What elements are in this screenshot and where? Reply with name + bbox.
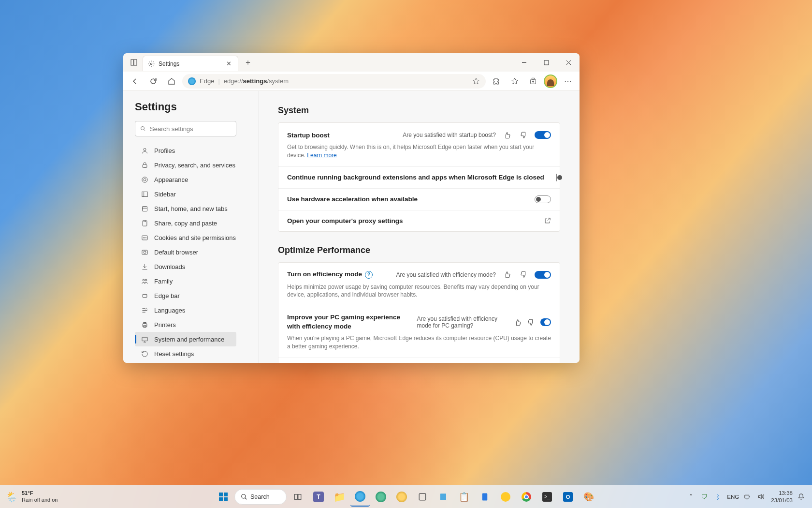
refresh-button[interactable] [145, 74, 161, 89]
task-view-button[interactable] [288, 487, 307, 507]
sidebar-item-privacy-search-and-services[interactable]: Privacy, search, and services [135, 158, 236, 172]
svg-point-8 [141, 127, 145, 130]
sidebar-item-sidebar[interactable]: Sidebar [135, 187, 236, 201]
browser-tab[interactable]: Settings ✕ [143, 56, 238, 71]
taskbar-app-edge-canary[interactable] [392, 487, 411, 507]
favorites-button[interactable] [507, 74, 522, 89]
startup-boost-desc: Get to browsing quickly. When this is on… [287, 143, 551, 160]
taskbar-app-docs[interactable] [475, 487, 494, 507]
svg-point-24 [143, 279, 145, 281]
address-label: Edge [200, 77, 214, 85]
nav-icon [141, 162, 148, 169]
clock-time: 13:38 [771, 490, 793, 496]
tab-close-button[interactable]: ✕ [224, 60, 233, 68]
network-icon[interactable] [744, 493, 753, 500]
back-button[interactable] [127, 74, 143, 89]
startup-learn-more-link[interactable]: Learn more [307, 152, 336, 159]
sidebar-item-cookies-and-site-permissions[interactable]: Cookies and site permissions [135, 230, 236, 245]
start-button[interactable] [214, 487, 233, 507]
thumbs-up-icon[interactable] [502, 269, 512, 280]
taskbar-app-outlook[interactable]: O [558, 487, 578, 507]
clock[interactable]: 13:38 23/01/03 [771, 490, 793, 504]
open-external-icon [544, 217, 551, 224]
search-icon [140, 125, 146, 132]
svg-rect-29 [144, 322, 146, 324]
volume-icon[interactable] [757, 493, 766, 500]
sidebar-item-phone-and-other-devices[interactable]: Phone and other devices [135, 361, 236, 363]
taskbar-app-explorer[interactable]: 📁 [330, 487, 349, 507]
maximize-button[interactable] [535, 55, 557, 70]
sidebar-item-start-home-and-new-tabs[interactable]: Start, home, and new tabs [135, 201, 236, 216]
sidebar-item-label: Share, copy and paste [154, 220, 217, 227]
taskbar-app-snip[interactable] [413, 487, 432, 507]
sidebar-item-downloads[interactable]: Downloads [135, 259, 236, 274]
sidebar-item-label: System and performance [154, 336, 224, 343]
startup-boost-toggle[interactable] [535, 131, 551, 139]
tab-actions-button[interactable] [125, 56, 143, 69]
profile-avatar[interactable] [544, 75, 557, 88]
language-indicator[interactable]: ENG [727, 494, 739, 500]
thumbs-down-icon[interactable] [518, 269, 529, 280]
taskbar-app-notepad[interactable] [434, 487, 453, 507]
notifications-icon[interactable] [798, 493, 806, 500]
taskbar-app-chrome[interactable] [517, 487, 536, 507]
thumbs-down-icon[interactable] [518, 130, 529, 140]
more-menu-button[interactable]: ⋯ [560, 74, 576, 89]
minimize-button[interactable] [513, 55, 535, 70]
sidebar-item-default-browser[interactable]: Default browser [135, 245, 236, 259]
sidebar-item-appearance[interactable]: Appearance [135, 172, 236, 187]
settings-search[interactable] [135, 121, 236, 136]
taskbar-app-edge[interactable] [350, 487, 370, 507]
svg-point-19 [143, 237, 144, 238]
taskbar-app-paint[interactable]: 🎨 [579, 487, 598, 507]
new-tab-button[interactable]: ＋ [241, 56, 255, 69]
thumbs-up-icon[interactable] [502, 130, 512, 140]
background-ext-toggle[interactable] [556, 174, 557, 181]
bluetooth-icon[interactable]: ᛒ [713, 493, 722, 501]
efficiency-feedback-label: Are you satisfied with efficiency mode? [396, 271, 496, 278]
tray-chevron-icon[interactable]: ˄ [686, 493, 695, 501]
sidebar-item-family[interactable]: Family [135, 274, 236, 288]
taskbar-search-label: Search [250, 493, 270, 500]
thumbs-down-icon[interactable] [527, 317, 535, 328]
svg-rect-26 [143, 294, 147, 297]
taskbar-app-notes[interactable]: 📋 [454, 487, 474, 507]
thumbs-up-icon[interactable] [514, 317, 522, 328]
taskbar-app-keep[interactable] [496, 487, 515, 507]
sidebar-item-reset-settings[interactable]: Reset settings [135, 346, 236, 361]
collections-button[interactable] [525, 74, 541, 89]
favorite-star-icon[interactable] [472, 77, 480, 85]
tray-security-icon[interactable]: ⛉ [700, 493, 709, 501]
weather-widget[interactable]: 🌦️ 51°F Rain off and on [6, 490, 58, 503]
sidebar-item-printers[interactable]: Printers [135, 317, 236, 332]
nav-icon [141, 263, 148, 270]
proxy-row[interactable]: Open your computer's proxy settings [278, 210, 560, 231]
address-bar[interactable]: Edge | edge://settings/system [182, 74, 486, 89]
hw-accel-row: Use hardware acceleration when available [278, 189, 560, 210]
extensions-button[interactable] [489, 74, 504, 89]
taskbar-app-teams[interactable]: T [309, 487, 328, 507]
sidebar-item-system-and-performance[interactable]: System and performance [135, 332, 236, 346]
search-input[interactable] [150, 125, 231, 133]
hw-accel-title: Use hardware acceleration when available [287, 195, 418, 203]
help-icon[interactable]: ? [365, 271, 373, 279]
sidebar-item-label: Reset settings [154, 350, 194, 358]
close-window-button[interactable] [557, 55, 580, 70]
sidebar-item-label: Appearance [154, 176, 188, 183]
settings-main[interactable]: System Startup boost Are you satisfied w… [259, 91, 580, 363]
taskbar-app-terminal[interactable]: >_ [537, 487, 557, 507]
search-icon [241, 493, 247, 500]
gaming-toggle[interactable] [540, 318, 551, 326]
svg-rect-44 [440, 493, 446, 500]
performance-card: Turn on efficiency mode? Are you satisfi… [278, 262, 560, 363]
sidebar-item-edge-bar[interactable]: Edge bar [135, 288, 236, 303]
sidebar-item-profiles[interactable]: Profiles [135, 143, 236, 158]
home-button[interactable] [164, 74, 179, 89]
hw-accel-toggle[interactable] [535, 195, 551, 203]
efficiency-toggle[interactable] [535, 271, 551, 279]
taskbar-app-edge-dev[interactable] [371, 487, 391, 507]
sidebar-item-share-copy-and-paste[interactable]: Share, copy and paste [135, 216, 236, 230]
sidebar-item-languages[interactable]: ALanguages [135, 303, 236, 317]
efficiency-title: Turn on efficiency mode? [287, 270, 373, 279]
taskbar-search[interactable]: Search [234, 489, 287, 505]
